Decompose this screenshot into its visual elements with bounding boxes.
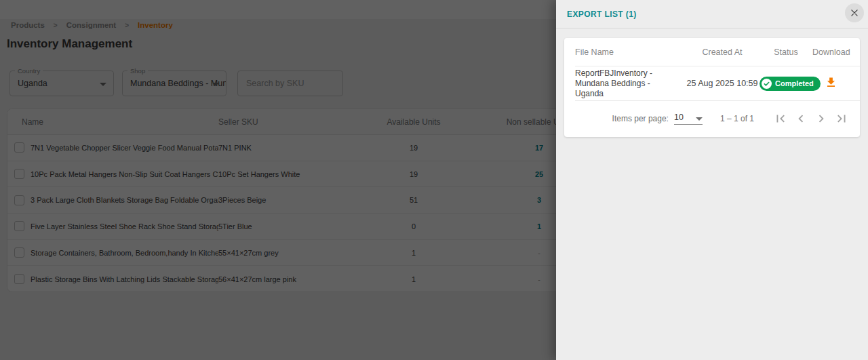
export-pagination: Items per page: 10 1 – 1 of 1: [564, 101, 860, 136]
status-badge: Completed: [760, 77, 821, 91]
items-per-page-label: Items per page:: [612, 114, 669, 123]
drawer-header: EXPORT LIST (1): [556, 0, 868, 28]
pager-controls: [770, 108, 852, 129]
items-per-page-value: 10: [674, 113, 684, 122]
export-list-drawer: EXPORT LIST (1) File Name Created At Sta…: [556, 0, 868, 360]
pagination-range: 1 – 1 of 1: [720, 114, 754, 123]
column-header-created-at: Created At: [685, 47, 760, 57]
download-button[interactable]: [825, 76, 837, 89]
check-circle-icon: [762, 79, 772, 89]
chevron-right-icon: [814, 111, 829, 126]
column-header-file-name: File Name: [575, 47, 685, 57]
close-icon: [850, 8, 859, 18]
screen: Products > Consignment > Inventory Inven…: [0, 0, 868, 360]
status-badge-label: Completed: [775, 79, 814, 87]
chevron-left-icon: [793, 111, 808, 126]
first-page-button[interactable]: [770, 108, 791, 129]
export-table-header: File Name Created At Status Download: [564, 38, 860, 66]
items-per-page-select[interactable]: 10: [674, 113, 703, 125]
export-download-cell: [812, 76, 849, 91]
export-list-card: File Name Created At Status Download Rep…: [564, 38, 860, 137]
column-header-status: Status: [760, 47, 812, 57]
first-page-icon: [773, 111, 788, 126]
column-header-download: Download: [812, 47, 849, 57]
last-page-icon: [834, 111, 849, 126]
export-row: ReportFBJInventory - Mundana Beddings - …: [564, 66, 860, 100]
last-page-button[interactable]: [831, 108, 852, 129]
export-created-at: 25 Aug 2025 10:59: [685, 79, 760, 88]
drawer-title: EXPORT LIST (1): [567, 9, 637, 19]
export-status-cell: Completed: [760, 77, 812, 91]
previous-page-button[interactable]: [791, 108, 811, 129]
close-button[interactable]: [845, 3, 864, 22]
download-icon: [825, 76, 837, 89]
chevron-down-icon: [696, 117, 703, 121]
next-page-button[interactable]: [811, 108, 831, 129]
export-file-name: ReportFBJInventory - Mundana Beddings - …: [575, 68, 685, 99]
